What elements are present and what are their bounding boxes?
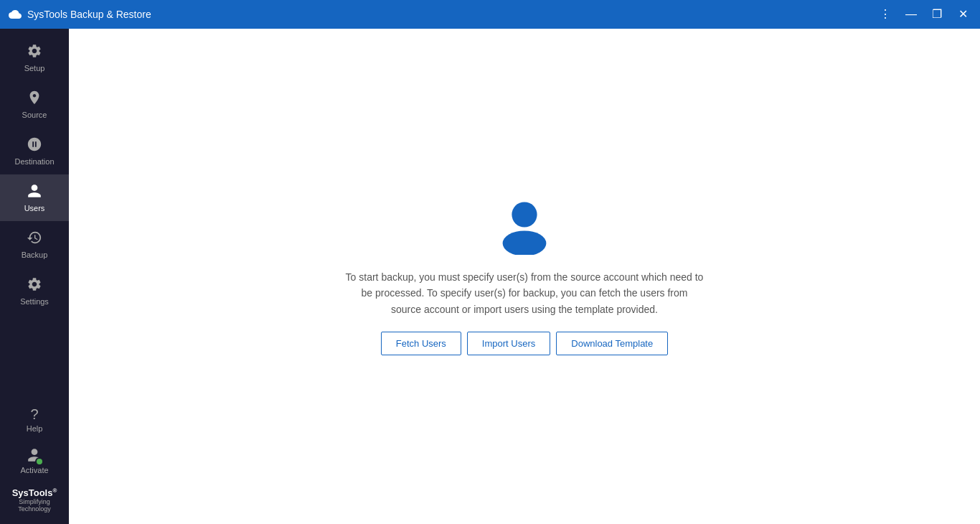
close-button[interactable]: ✕ — [954, 6, 971, 23]
title-bar-controls: ⋮ — ❐ ✕ — [877, 6, 971, 23]
green-dot — [35, 457, 44, 466]
sidebar-help-label: Help — [27, 424, 43, 433]
user-illustration-icon — [496, 197, 553, 255]
sidebar-item-help[interactable]: ? Help — [0, 398, 69, 441]
sidebar-activate-label: Activate — [20, 466, 48, 474]
sidebar-item-setup[interactable]: Setup — [0, 34, 69, 81]
content-area: To start backup, you must specify user(s… — [69, 29, 980, 524]
sidebar-users-label: Users — [24, 204, 45, 212]
source-icon — [27, 90, 42, 108]
minimize-button[interactable]: — — [903, 6, 920, 23]
brand-name: SysTools® — [3, 487, 66, 498]
sidebar-item-source[interactable]: Source — [0, 81, 69, 128]
svg-point-1 — [503, 230, 547, 255]
action-buttons: Fetch Users Import Users Download Templa… — [381, 332, 668, 355]
svg-point-0 — [512, 202, 537, 227]
maximize-button[interactable]: ❐ — [928, 6, 946, 23]
app-icon — [9, 8, 22, 21]
sidebar-item-destination[interactable]: Destination — [0, 128, 69, 174]
download-template-button[interactable]: Download Template — [556, 332, 668, 355]
brand-logo: SysTools® Simplifying Technology — [0, 480, 69, 518]
sidebar-settings-label: Settings — [20, 297, 49, 306]
sidebar-bottom: ? Help Activate SysTools® Simplifying Te — [0, 398, 69, 524]
sidebar-item-activate[interactable]: Activate — [17, 441, 51, 480]
help-icon: ? — [30, 407, 38, 421]
main-layout: Setup Source Destination — [0, 29, 980, 524]
sidebar-item-settings[interactable]: Settings — [0, 268, 69, 314]
sidebar-item-users[interactable]: Users — [0, 174, 69, 221]
app-title: SysTools Backup & Restore — [27, 9, 151, 20]
title-bar-left: SysTools Backup & Restore — [9, 8, 151, 21]
brand-tagline: Simplifying Technology — [3, 498, 66, 513]
setup-icon — [27, 43, 42, 61]
destination-icon — [27, 136, 42, 154]
activate-icon-wrapper — [27, 447, 42, 464]
fetch-users-button[interactable]: Fetch Users — [381, 332, 461, 355]
import-users-button[interactable]: Import Users — [467, 332, 550, 355]
sidebar-destination-label: Destination — [14, 157, 54, 166]
settings-icon — [27, 276, 42, 294]
center-panel: To start backup, you must specify user(s… — [345, 197, 704, 355]
backup-icon — [27, 230, 42, 248]
sidebar-item-backup[interactable]: Backup — [0, 221, 69, 268]
more-button[interactable]: ⋮ — [877, 6, 894, 23]
description-text: To start backup, you must specify user(s… — [345, 269, 704, 317]
users-icon — [27, 183, 42, 201]
sidebar-source-label: Source — [22, 111, 47, 119]
sidebar-setup-label: Setup — [24, 64, 45, 72]
title-bar: SysTools Backup & Restore ⋮ — ❐ ✕ — [0, 0, 980, 29]
sidebar: Setup Source Destination — [0, 29, 69, 524]
sidebar-backup-label: Backup — [22, 251, 48, 259]
